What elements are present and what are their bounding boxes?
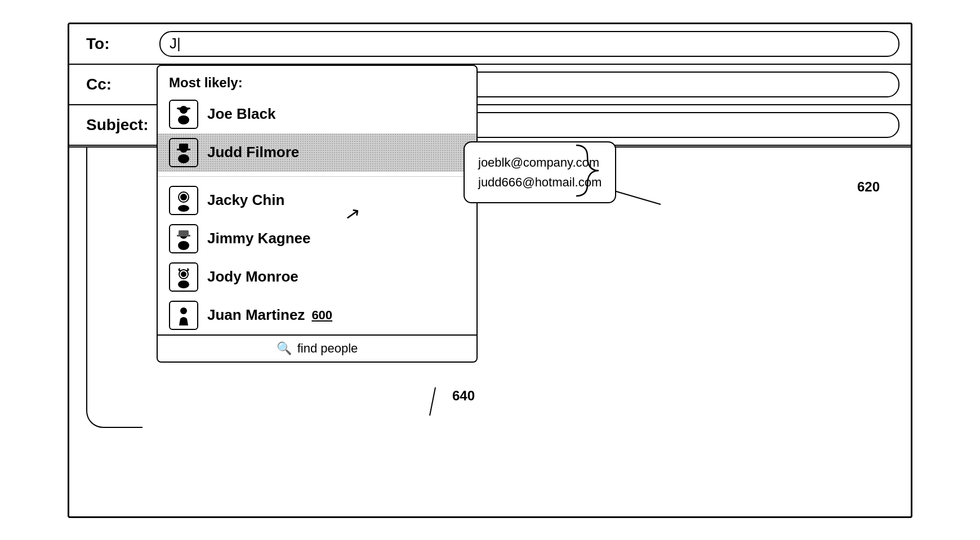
to-label: To: [69, 35, 159, 53]
jimmy-kagnee-name: Jimmy Kagnee [207, 230, 311, 247]
contact-jacky-chin[interactable]: Jacky Chin [158, 181, 476, 220]
to-row: To: J| [69, 24, 911, 65]
autocomplete-dropdown: Most likely: Joe Black [157, 65, 478, 363]
svg-point-13 [180, 194, 187, 200]
jody-monroe-avatar [172, 266, 195, 288]
svg-rect-10 [177, 149, 190, 150]
left-panel-decoration [86, 146, 142, 428]
contact-joe-black[interactable]: Joe Black [158, 95, 476, 133]
juan-martinez-name: Juan Martinez [207, 306, 305, 324]
svg-rect-16 [179, 230, 189, 235]
find-people-icon: 🔍 [277, 341, 292, 356]
find-people-label: find people [297, 341, 358, 356]
ref-label-620: 620 [857, 179, 880, 195]
jody-monroe-icon [169, 262, 198, 292]
contact-jody-monroe[interactable]: Jody Monroe [158, 258, 476, 296]
joe-black-icon [169, 100, 198, 129]
jody-monroe-name: Jody Monroe [207, 268, 299, 285]
contact-jimmy-kagnee[interactable]: Jimmy Kagnee [158, 220, 476, 258]
jacky-chin-name: Jacky Chin [207, 191, 284, 209]
svg-point-21 [178, 280, 189, 288]
svg-point-20 [181, 271, 186, 277]
svg-rect-7 [177, 108, 190, 109]
judd-filmore-avatar [172, 141, 195, 164]
most-likely-header: Most likely: [158, 66, 476, 95]
svg-point-22 [180, 307, 187, 314]
jacky-chin-icon [169, 186, 198, 215]
jacky-chin-avatar [172, 189, 195, 212]
subject-label: Subject: [69, 116, 159, 134]
juan-martinez-avatar [172, 304, 195, 327]
ref-label-640: 640 [452, 388, 475, 404]
svg-point-14 [178, 205, 189, 212]
joe-black-name: Joe Black [207, 105, 275, 123]
jimmy-kagnee-avatar [172, 227, 195, 250]
curly-brace [571, 142, 604, 199]
joe-black-avatar [172, 103, 195, 126]
jimmy-kagnee-icon [169, 224, 198, 253]
to-input[interactable]: J| [159, 31, 899, 57]
contact-juan-martinez[interactable]: Juan Martinez 600 [158, 296, 476, 334]
find-people-footer[interactable]: 🔍 find people [158, 334, 476, 362]
judd-filmore-icon [169, 138, 198, 167]
judd-filmore-name: Judd Filmore [207, 144, 299, 161]
juan-martinez-icon [169, 301, 198, 330]
cc-label: Cc: [69, 75, 159, 93]
svg-point-5 [178, 115, 189, 124]
ref-600-inline: 600 [311, 308, 332, 323]
to-input-text: J| [170, 35, 181, 52]
section-divider [158, 176, 476, 177]
svg-rect-9 [179, 144, 188, 149]
svg-point-11 [178, 154, 189, 163]
contact-judd-filmore[interactable]: Judd Filmore [158, 133, 476, 172]
svg-point-18 [178, 241, 189, 250]
svg-rect-17 [177, 235, 190, 236]
email-compose-window: To: J| Cc: Subject: Most likely: [68, 23, 912, 518]
most-likely-section: Most likely: Joe Black [158, 66, 476, 172]
